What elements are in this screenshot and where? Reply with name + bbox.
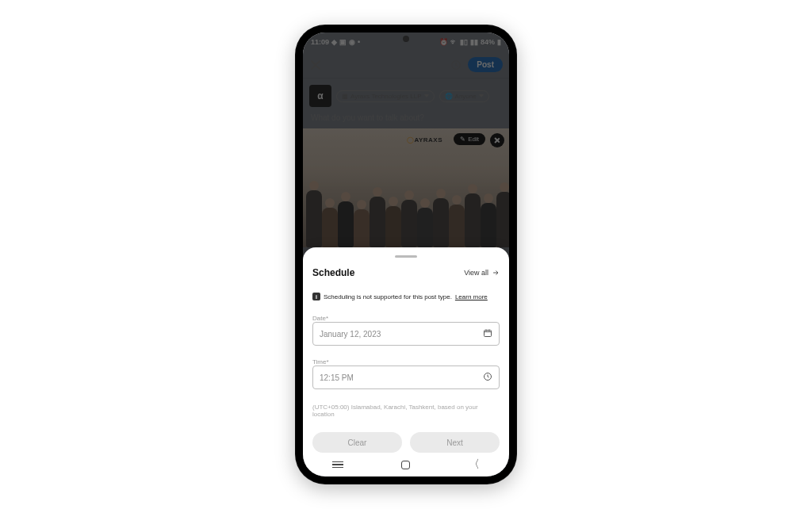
dot-icon: • bbox=[358, 38, 360, 46]
org-label: Ayraxs Technologies LLP bbox=[350, 93, 422, 100]
info-text: Scheduling is not supported for this pos… bbox=[324, 293, 452, 300]
drag-handle[interactable] bbox=[395, 255, 417, 258]
svg-point-0 bbox=[452, 60, 461, 69]
close-icon bbox=[494, 137, 500, 144]
info-icon: i bbox=[312, 293, 320, 300]
stage: 11:09 ◆ ▣ ◉ • ⏰ ᯤ ▮▯ ▮▮ 84% ▮ bbox=[0, 0, 812, 509]
schedule-icon[interactable] bbox=[450, 59, 462, 71]
brand-watermark: ◯AYRAXS bbox=[407, 136, 442, 144]
front-camera bbox=[403, 36, 409, 42]
calendar-icon bbox=[483, 328, 492, 339]
org-selector[interactable]: ▦ Ayraxs Technologies LLP bbox=[336, 90, 435, 102]
attached-image[interactable]: ◯AYRAXS ✎ Edit bbox=[303, 128, 509, 247]
timezone-note: (UTC+05:00) Islamabad, Karachi, Tashkent… bbox=[312, 404, 500, 418]
edit-label: Edit bbox=[468, 136, 479, 143]
alarm-icon: ⏰ bbox=[439, 38, 448, 46]
time-label: Time* bbox=[312, 358, 500, 365]
crowd-illustration bbox=[303, 176, 509, 247]
close-icon[interactable] bbox=[309, 59, 322, 71]
back-button[interactable]: 〈 bbox=[469, 457, 480, 472]
pencil-icon: ✎ bbox=[460, 136, 465, 143]
compose-appbar: Post bbox=[303, 52, 509, 78]
view-all-link[interactable]: View all bbox=[464, 269, 500, 277]
sheet-actions: Clear Next bbox=[312, 432, 500, 453]
audience-label: Anyone bbox=[455, 93, 477, 100]
edit-image-button[interactable]: ✎ Edit bbox=[454, 133, 485, 145]
screen: 11:09 ◆ ▣ ◉ • ⏰ ᯤ ▮▯ ▮▮ 84% ▮ bbox=[303, 33, 509, 476]
globe-icon: 🌐 bbox=[445, 93, 453, 100]
author-row: α ▦ Ayraxs Technologies LLP 🌐 Anyone bbox=[303, 78, 509, 113]
sheet-title: Schedule bbox=[312, 267, 354, 278]
view-all-label: View all bbox=[464, 269, 488, 277]
chevron-down-icon bbox=[479, 94, 484, 98]
android-navbar: 〈 bbox=[303, 456, 509, 473]
status-time: 11:09 bbox=[311, 38, 329, 46]
battery-text: 84% bbox=[481, 38, 495, 46]
chevron-down-icon bbox=[424, 94, 429, 98]
next-button[interactable]: Next bbox=[410, 432, 500, 453]
sheet-header: Schedule View all bbox=[312, 267, 500, 278]
signal2-icon: ▮▮ bbox=[470, 38, 478, 46]
arrow-right-icon bbox=[492, 269, 500, 277]
time-field[interactable]: 12:15 PM bbox=[312, 365, 500, 389]
svg-rect-1 bbox=[485, 331, 492, 337]
clear-button[interactable]: Clear bbox=[312, 432, 402, 453]
wifi-icon: ᯤ bbox=[450, 38, 458, 46]
signal-icon: ▮▯ bbox=[460, 38, 468, 46]
recents-button[interactable] bbox=[332, 461, 343, 469]
audience-selector[interactable]: 🌐 Anyone bbox=[439, 90, 489, 102]
snapchat-icon: ◆ bbox=[331, 38, 337, 46]
home-button[interactable] bbox=[401, 461, 410, 469]
schedule-sheet: Schedule View all i Scheduling is not su… bbox=[303, 247, 509, 476]
image-icon: ▣ bbox=[339, 38, 347, 46]
org-icon: ▦ bbox=[342, 93, 348, 100]
time-value: 12:15 PM bbox=[320, 373, 354, 382]
remove-image-button[interactable] bbox=[490, 133, 504, 147]
chrome-icon: ◉ bbox=[349, 38, 355, 46]
info-banner: i Scheduling is not supported for this p… bbox=[312, 286, 500, 302]
avatar[interactable]: α bbox=[309, 85, 331, 107]
clock-icon bbox=[483, 372, 492, 383]
date-label: Date* bbox=[312, 315, 500, 322]
phone-frame: 11:09 ◆ ▣ ◉ • ⏰ ᯤ ▮▯ ▮▮ 84% ▮ bbox=[295, 25, 517, 484]
learn-more-link[interactable]: Learn more bbox=[455, 293, 488, 300]
dim-content: 11:09 ◆ ▣ ◉ • ⏰ ᯤ ▮▯ ▮▮ 84% ▮ bbox=[303, 33, 509, 247]
composer-prompt[interactable]: What do you want to talk about? bbox=[303, 113, 509, 128]
post-button[interactable]: Post bbox=[468, 57, 503, 72]
date-value: January 12, 2023 bbox=[320, 330, 381, 339]
date-field[interactable]: January 12, 2023 bbox=[312, 322, 500, 346]
battery-icon: ▮ bbox=[497, 38, 501, 46]
